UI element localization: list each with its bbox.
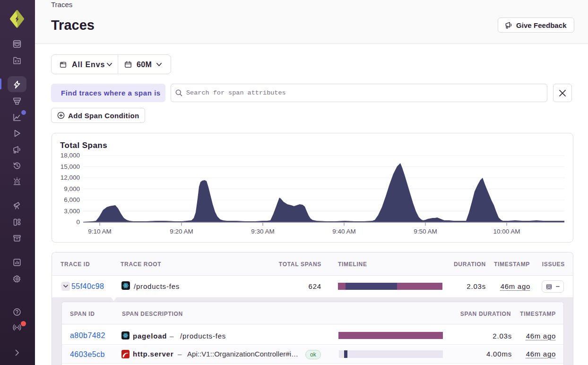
svg-text:9:40 AM: 9:40 AM xyxy=(332,228,356,235)
svg-text:9:10 AM: 9:10 AM xyxy=(88,228,112,235)
svg-text:3,000: 3,000 xyxy=(64,208,80,215)
svg-text:10:00 AM: 10:00 AM xyxy=(493,228,520,235)
svg-text:18,000: 18,000 xyxy=(61,152,80,159)
svg-text:6,000: 6,000 xyxy=(64,196,80,203)
svg-text:0: 0 xyxy=(76,218,80,226)
svg-text:9,000: 9,000 xyxy=(64,185,80,192)
svg-text:15,000: 15,000 xyxy=(61,163,80,170)
svg-text:12,000: 12,000 xyxy=(61,174,80,181)
svg-text:9:50 AM: 9:50 AM xyxy=(414,228,437,235)
svg-text:9:20 AM: 9:20 AM xyxy=(170,228,193,235)
svg-text:9:30 AM: 9:30 AM xyxy=(251,228,275,235)
